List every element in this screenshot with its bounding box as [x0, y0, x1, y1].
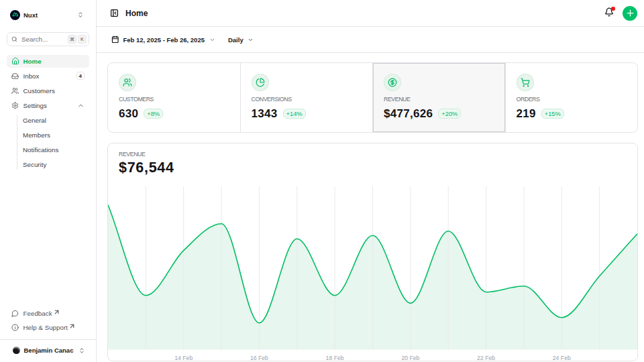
svg-text:20 Feb: 20 Feb [401, 354, 419, 361]
svg-text:22 Feb: 22 Feb [477, 354, 495, 361]
svg-text:24 Feb: 24 Feb [553, 354, 571, 361]
svg-text:14 Feb: 14 Feb [174, 354, 193, 361]
svg-text:18 Feb: 18 Feb [326, 354, 344, 361]
svg-text:16 Feb: 16 Feb [250, 354, 268, 361]
